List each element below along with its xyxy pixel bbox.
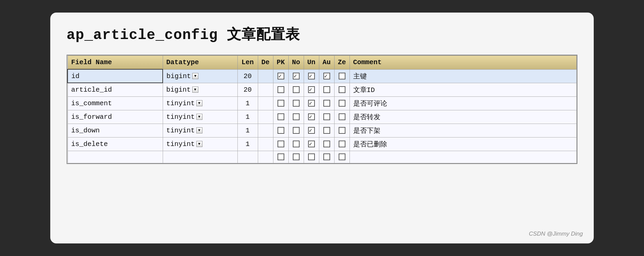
checkbox-au[interactable]	[323, 100, 330, 107]
checkbox-au[interactable]	[323, 73, 330, 79]
checkbox-pk[interactable]	[278, 73, 284, 79]
cell-no[interactable]	[288, 83, 304, 96]
checkbox-ze[interactable]	[339, 113, 345, 120]
header-ze: Ze	[334, 56, 350, 70]
checkbox-pk[interactable]	[278, 86, 284, 93]
checkbox-no[interactable]	[293, 141, 300, 147]
cell-len: 1	[237, 96, 258, 110]
checkbox-au[interactable]	[323, 86, 330, 93]
checkbox-no[interactable]	[293, 127, 300, 134]
cell-datatype[interactable]: tinyint▼	[163, 96, 237, 110]
cell-un[interactable]	[304, 96, 319, 110]
cell-ze[interactable]	[334, 96, 350, 110]
cell-len: 1	[237, 124, 258, 137]
cell-un[interactable]	[304, 83, 319, 96]
cell-ze[interactable]	[334, 83, 350, 96]
cell-no[interactable]	[288, 124, 304, 137]
cell-datatype[interactable]: tinyint▼	[163, 137, 237, 151]
cell-comment: 是否转发	[350, 110, 576, 124]
cell-comment: 主键	[350, 69, 576, 83]
cell-un[interactable]	[304, 137, 319, 151]
cell-au[interactable]	[319, 124, 334, 137]
cell-no[interactable]	[288, 137, 304, 151]
cell-un[interactable]	[304, 110, 319, 124]
cell-pk[interactable]	[273, 110, 288, 124]
page-title: ap_article_config 文章配置表	[67, 25, 577, 44]
header-pk: PK	[273, 56, 288, 70]
cell-pk[interactable]	[273, 69, 288, 83]
checkbox-un[interactable]	[308, 86, 315, 93]
cell-pk[interactable]	[273, 137, 288, 151]
dropdown-arrow-icon[interactable]: ▼	[192, 73, 198, 79]
checkbox-pk[interactable]	[278, 100, 284, 107]
checkbox-un[interactable]	[308, 141, 315, 147]
checkbox-un[interactable]	[308, 73, 315, 79]
cell-au[interactable]	[319, 137, 334, 151]
cell-au[interactable]	[319, 83, 334, 96]
checkbox-ze[interactable]	[339, 141, 345, 147]
checkbox-no[interactable]	[293, 113, 300, 120]
cell-fieldname: is_delete	[68, 137, 163, 151]
cell-un[interactable]	[304, 124, 319, 137]
dropdown-arrow-icon[interactable]: ▼	[196, 141, 202, 147]
checkbox-pk[interactable]	[278, 113, 284, 120]
cell-no[interactable]	[288, 96, 304, 110]
header-comment: Comment	[350, 56, 576, 70]
cell-datatype[interactable]: bigint▼	[163, 83, 237, 96]
cell-au[interactable]	[319, 96, 334, 110]
cell-un[interactable]	[304, 69, 319, 83]
checkbox-au[interactable]	[323, 141, 330, 147]
checkbox-au[interactable]	[323, 113, 330, 120]
cell-ze[interactable]	[334, 137, 350, 151]
cell-au[interactable]	[319, 110, 334, 124]
checkbox-ze[interactable]	[339, 127, 345, 134]
dropdown-arrow-icon[interactable]: ▼	[192, 87, 198, 93]
main-card: ap_article_config 文章配置表 Field Name Datat…	[50, 13, 594, 243]
cell-ze[interactable]	[334, 110, 350, 124]
checkbox-un[interactable]	[308, 113, 315, 120]
cell-pk[interactable]	[273, 124, 288, 137]
checkbox-ze[interactable]	[339, 86, 345, 93]
cell-datatype[interactable]: tinyint▼	[163, 110, 237, 124]
cell-ze[interactable]	[334, 69, 350, 83]
header-len: Len	[237, 56, 258, 70]
checkbox-au[interactable]	[323, 127, 330, 134]
cell-datatype[interactable]: bigint▼	[163, 69, 237, 83]
cell-comment: 是否已删除	[350, 137, 576, 151]
dropdown-arrow-icon[interactable]: ▼	[196, 100, 202, 106]
checkbox-un[interactable]	[308, 100, 315, 107]
table-row[interactable]: is_deletetinyint▼1是否已删除	[68, 137, 577, 151]
cell-no[interactable]	[288, 69, 304, 83]
cell-fieldname: is_forward	[68, 110, 163, 124]
table-row[interactable]: is_forwardtinyint▼1是否转发	[68, 110, 577, 124]
cell-de	[258, 69, 273, 83]
header-no: No	[288, 56, 304, 70]
header-un: Un	[304, 56, 319, 70]
dropdown-arrow-icon[interactable]: ▼	[196, 114, 202, 120]
table-row[interactable]: article_idbigint▼20文章ID	[68, 83, 577, 96]
checkbox-pk[interactable]	[278, 127, 284, 134]
cell-pk[interactable]	[273, 96, 288, 110]
checkbox-ze[interactable]	[339, 73, 345, 79]
checkbox-no[interactable]	[293, 73, 300, 79]
cell-de	[258, 124, 273, 137]
dropdown-arrow-icon[interactable]: ▼	[196, 127, 202, 133]
cell-fieldname: is_down	[68, 124, 163, 137]
table-row-empty	[68, 151, 577, 163]
checkbox-no[interactable]	[293, 100, 300, 107]
checkbox-un[interactable]	[308, 127, 315, 134]
table-row[interactable]: is_downtinyint▼1是否下架	[68, 124, 577, 137]
table-row[interactable]: idbigint▼20主键	[68, 69, 577, 83]
checkbox-ze[interactable]	[339, 100, 345, 107]
cell-datatype[interactable]: tinyint▼	[163, 124, 237, 137]
cell-no[interactable]	[288, 110, 304, 124]
cell-len: 1	[237, 137, 258, 151]
table-row[interactable]: is_commenttinyint▼1是否可评论	[68, 96, 577, 110]
checkbox-no[interactable]	[293, 86, 300, 93]
header-au: Au	[319, 56, 334, 70]
cell-ze[interactable]	[334, 124, 350, 137]
checkbox-pk[interactable]	[278, 141, 284, 147]
cell-pk[interactable]	[273, 83, 288, 96]
header-de: De	[258, 56, 273, 70]
cell-au[interactable]	[319, 69, 334, 83]
